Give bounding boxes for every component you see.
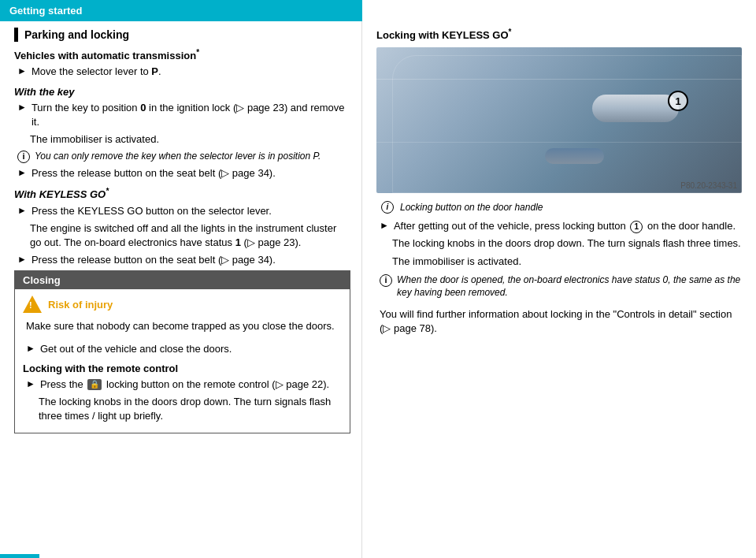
- arrow-icon: ►: [17, 65, 27, 79]
- bullet-text: Press the KEYLESS GO button on the selec…: [32, 204, 350, 218]
- further-info-text: You will find further information about …: [380, 307, 742, 336]
- image-caption: P80.20-2343-31: [680, 181, 737, 190]
- risk-triangle-container: !: [23, 296, 42, 313]
- info-text: You can only remove the key when the sel…: [35, 150, 321, 163]
- bullet-text: Turn the key to position 0 in the igniti…: [32, 101, 350, 129]
- section-title: Parking and locking: [14, 28, 350, 42]
- locking-remote-heading: Locking with the remote control: [23, 363, 342, 374]
- info-icon: i: [17, 151, 30, 163]
- bullet-turn-key: ► Turn the key to position 0 in the igni…: [17, 101, 350, 129]
- bullet-text: Press the release button on the seat bel…: [32, 166, 350, 180]
- page-number: 44: [0, 554, 39, 558]
- door-handle-indent: [545, 148, 604, 164]
- arrow-icon: ►: [380, 220, 389, 233]
- bullet-release-belt-key: ► Press the release button on the seat b…: [17, 166, 350, 180]
- arrow-icon: ►: [17, 205, 27, 218]
- knobs-drop-right-text: The locking knobs in the doors drop down…: [392, 236, 742, 251]
- info-icon: i: [380, 274, 392, 287]
- bullet-press-lock: ► Press the 🔒 locking button on the remo…: [26, 378, 342, 392]
- page-wrapper: Getting started Parking and locking Vehi…: [0, 0, 756, 558]
- right-column: Locking with KEYLESS GO* 1 P80.20-2343-3…: [362, 21, 756, 558]
- title-bar-icon: [14, 28, 18, 42]
- closing-header: Closing: [15, 271, 350, 289]
- with-keyless-heading: With KEYLESS GO*: [14, 187, 350, 200]
- door-curve: [392, 55, 742, 193]
- arrow-icon: ►: [26, 378, 35, 392]
- locking-button-text: Locking button on the door handle: [400, 201, 543, 214]
- door-image: 1 P80.20-2343-31: [376, 47, 742, 193]
- bullet-text: Press the 🔒 locking button on the remote…: [40, 378, 342, 392]
- bullet-release-belt-keyless: ► Press the release button on the seat b…: [17, 253, 350, 267]
- bullet-selector-lever: ► Move the selector lever to P.: [17, 65, 350, 79]
- risk-label: Risk of injury: [48, 299, 113, 311]
- section-title-text: Parking and locking: [24, 28, 129, 41]
- arrow-icon: ►: [17, 167, 27, 180]
- left-column: Parking and locking Vehicles with automa…: [0, 21, 362, 558]
- locking-button-note: i Locking button on the door handle: [380, 201, 742, 214]
- auto-transmission-heading: Vehicles with automatic transmission*: [14, 48, 350, 61]
- immobiliser-text: The immobiliser is activated.: [30, 132, 350, 147]
- bullet-get-out: ► Get out of the vehicle and close the d…: [26, 342, 342, 356]
- circle-num-icon: i: [381, 201, 394, 214]
- closing-body: ! Risk of injury Make sure that nobody c…: [15, 289, 350, 433]
- risk-triangle-icon: !: [23, 296, 42, 313]
- immobiliser-right-text: The immobiliser is activated.: [392, 255, 742, 269]
- arrow-icon: ►: [17, 254, 27, 267]
- door-handle-shape: [592, 95, 679, 122]
- info-box-key: i You can only remove the key when the s…: [17, 150, 350, 163]
- closing-box: Closing ! Risk of injury Make sure that …: [14, 270, 350, 433]
- page-container: Parking and locking Vehicles with automa…: [0, 21, 756, 558]
- bullet-keyless-press: ► Press the KEYLESS GO button on the sel…: [17, 204, 350, 218]
- circle-num-inline: 1: [630, 221, 643, 233]
- info-box-door-opened: i When the door is opened, the on-board …: [380, 273, 742, 300]
- bullet-text: Get out of the vehicle and close the doo…: [40, 342, 342, 356]
- risk-text: Make sure that nobody can become trapped…: [26, 319, 342, 333]
- arrow-icon: ►: [17, 102, 27, 129]
- with-key-heading: With the key: [14, 86, 350, 98]
- knobs-drop-text: The locking knobs in the doors drop down…: [39, 395, 342, 423]
- risk-box: ! Risk of injury: [23, 296, 342, 313]
- bullet-after-getting-out: ► After getting out of the vehicle, pres…: [380, 219, 742, 233]
- locking-keyless-title: Locking with KEYLESS GO*: [376, 28, 742, 41]
- header-label: Getting started: [9, 5, 82, 17]
- arrow-icon: ►: [26, 343, 35, 356]
- info-italic-text: When the door is opened, the on-board el…: [397, 273, 742, 300]
- keyless-engine-off-text: The engine is switched off and all the l…: [30, 221, 350, 250]
- header-bar: Getting started: [0, 0, 362, 21]
- bullet-text: Move the selector lever to P.: [32, 65, 350, 79]
- lock-icon: 🔒: [87, 379, 102, 390]
- bullet-text: After getting out of the vehicle, press …: [394, 219, 742, 233]
- bullet-text: Press the release button on the seat bel…: [32, 253, 350, 267]
